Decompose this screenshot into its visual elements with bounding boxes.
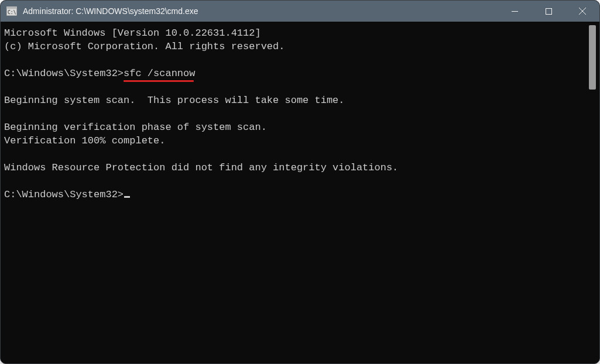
minimize-icon xyxy=(512,8,518,15)
terminal-output[interactable]: Microsoft Windows [Version 10.0.22631.41… xyxy=(1,22,588,363)
minimize-button[interactable] xyxy=(498,1,532,22)
titlebar[interactable]: C:\ Administrator: C:\WINDOWS\system32\c… xyxy=(1,1,599,22)
output-line: Beginning system scan. This process will… xyxy=(4,94,584,107)
cmd-window: C:\ Administrator: C:\WINDOWS\system32\c… xyxy=(0,0,600,364)
scrollbar-thumb[interactable] xyxy=(589,25,596,90)
entered-command: sfc /scannow xyxy=(124,67,195,80)
window-title: Administrator: C:\WINDOWS\system32\cmd.e… xyxy=(23,6,498,16)
prompt-prefix: C:\Windows\System32> xyxy=(4,189,124,200)
output-line: Verification 100% complete. xyxy=(4,134,584,147)
prompt-line: C:\Windows\System32> xyxy=(4,188,584,201)
window-controls xyxy=(498,1,599,22)
blank-line xyxy=(4,53,584,67)
scrollbar-track[interactable] xyxy=(588,25,597,360)
command-text: sfc /scannow xyxy=(124,68,195,79)
close-icon xyxy=(579,8,586,15)
output-line: Beginning verification phase of system s… xyxy=(4,121,584,134)
prompt-prefix: C:\Windows\System32> xyxy=(4,68,124,79)
cmd-icon: C:\ xyxy=(6,6,17,16)
terminal-area: Microsoft Windows [Version 10.0.22631.41… xyxy=(1,22,599,363)
prompt-line: C:\Windows\System32>sfc /scannow xyxy=(4,67,584,80)
output-line: Microsoft Windows [Version 10.0.22631.41… xyxy=(4,26,584,40)
blank-line xyxy=(4,147,584,161)
blank-line xyxy=(4,80,584,94)
output-line: (c) Microsoft Corporation. All rights re… xyxy=(4,40,584,53)
close-button[interactable] xyxy=(565,1,599,22)
maximize-button[interactable] xyxy=(532,1,565,22)
blank-line xyxy=(4,174,584,188)
output-line: Windows Resource Protection did not find… xyxy=(4,161,584,174)
text-cursor xyxy=(124,196,130,198)
annotation-underline xyxy=(124,80,194,82)
blank-line xyxy=(4,107,584,121)
maximize-icon xyxy=(546,8,552,15)
svg-text:C:\: C:\ xyxy=(8,10,16,15)
svg-rect-4 xyxy=(546,8,551,14)
svg-rect-1 xyxy=(6,6,17,9)
